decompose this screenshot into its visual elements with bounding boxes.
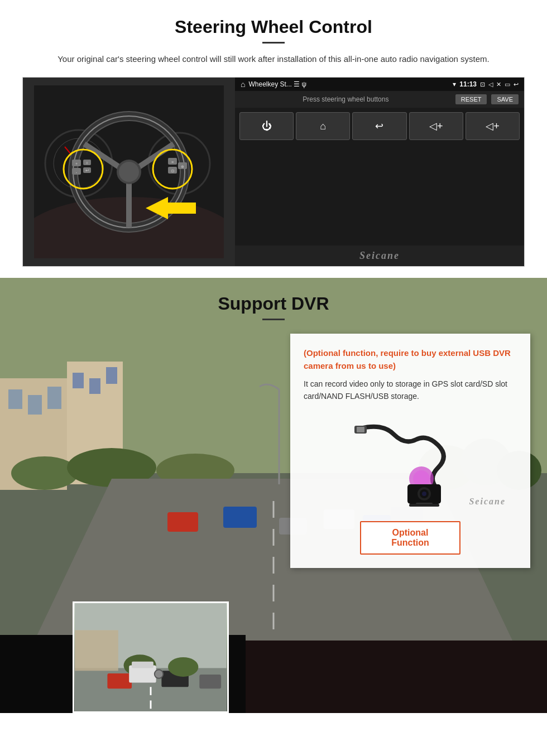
home-statusbar-icon: ⌂ <box>241 80 245 89</box>
home-icon: ⌂ <box>320 121 326 132</box>
statusbar-back-icon: ↩ <box>514 81 519 88</box>
steering-subtitle: Your original car's steering wheel contr… <box>22 52 525 66</box>
android-panel: ⌂ Wheelkey St... ☰ ψ ▾ 11:13 ⊡ ◁ ✕ ▭ ↩ P… <box>235 78 524 266</box>
svg-rect-40 <box>106 367 117 384</box>
svg-rect-39 <box>89 378 100 394</box>
power-icon: ⏻ <box>262 121 272 132</box>
svg-rect-47 <box>223 507 257 528</box>
dvr-section: Support DVR <box>0 278 547 713</box>
steering-title: Steering Wheel Control <box>22 17 525 37</box>
steering-divider <box>262 42 285 44</box>
statusbar-cam-icon: ⊡ <box>480 81 485 88</box>
svg-text:≡: ≡ <box>171 160 174 164</box>
optional-function-button[interactable]: Optional Function <box>360 521 460 555</box>
svg-rect-61 <box>107 673 132 688</box>
press-label: Press steering wheel buttons <box>241 95 451 103</box>
svg-rect-34 <box>8 389 22 409</box>
seicane-brand-steering: Seicane <box>359 250 400 261</box>
wk-vol-down-cell[interactable]: ◁+ <box>409 112 463 140</box>
dvr-thumbnail <box>73 601 229 713</box>
svg-text:+: + <box>75 162 78 166</box>
wheelkey-buttons-grid: ⏻ ⌂ ↩ ◁+ ◁+ <box>235 108 524 145</box>
statusbar-vol-icon: ◁ <box>488 81 493 88</box>
back-icon: ↩ <box>375 120 383 132</box>
svg-rect-63 <box>199 675 221 688</box>
steering-wheel-svg: + - ≡ ↩ ≡ ⊙ ⊕ <box>34 85 224 258</box>
svg-text:⊕: ⊕ <box>181 165 184 168</box>
dvr-divider <box>262 319 285 320</box>
svg-text:↩: ↩ <box>85 168 89 173</box>
steering-section: Steering Wheel Control Your original car… <box>0 0 547 278</box>
svg-text:≡: ≡ <box>86 161 88 165</box>
svg-rect-68 <box>132 662 153 668</box>
svg-point-69 <box>155 670 164 678</box>
seicane-watermark: Seicane <box>469 497 506 507</box>
steering-content-area: + - ≡ ↩ ≡ ⊙ ⊕ <box>22 77 525 267</box>
dvr-optional-note: (Optional function, require to buy exter… <box>304 347 517 372</box>
dvr-camera-area: Seicane <box>304 412 517 512</box>
reset-button[interactable]: RESET <box>455 94 487 104</box>
save-button[interactable]: SAVE <box>491 94 519 104</box>
vol-down-icon: ◁+ <box>429 120 443 132</box>
wk-power-cell[interactable]: ⏻ <box>239 112 294 140</box>
svg-point-13 <box>119 162 139 182</box>
dvr-thumbnail-scene <box>74 603 227 711</box>
svg-rect-46 <box>167 512 198 532</box>
steering-photo: + - ≡ ↩ ≡ ⊙ ⊕ <box>23 78 235 266</box>
svg-point-66 <box>168 657 198 677</box>
wheelkey-row: Press steering wheel buttons RESET SAVE <box>235 91 524 108</box>
svg-rect-64 <box>75 630 118 671</box>
svg-text:⊙: ⊙ <box>171 168 175 174</box>
dvr-title-area: Support DVR <box>0 278 547 327</box>
svg-point-41 <box>11 456 78 490</box>
android-statusbar: ⌂ Wheelkey St... ☰ ψ ▾ 11:13 ⊡ ◁ ✕ ▭ ↩ <box>235 78 524 91</box>
svg-rect-71 <box>357 427 364 432</box>
wk-back-cell[interactable]: ↩ <box>352 112 406 140</box>
statusbar-x-icon: ✕ <box>496 81 501 88</box>
seicane-bar-steering: Seicane <box>235 245 524 266</box>
wk-vol-up-cell[interactable]: ◁+ <box>466 112 520 140</box>
dvr-info-card: (Optional function, require to buy exter… <box>290 334 530 568</box>
statusbar-rect-icon: ▭ <box>505 81 510 88</box>
dvr-desc: It can record video only to storage in G… <box>304 378 517 403</box>
dvr-thumbnail-inner <box>74 603 227 711</box>
svg-rect-79 <box>409 504 439 507</box>
svg-rect-35 <box>28 395 42 415</box>
svg-point-77 <box>422 492 426 496</box>
svg-rect-38 <box>73 373 84 388</box>
vol-up-icon: ◁+ <box>486 120 500 132</box>
statusbar-wifi-icon: ▾ <box>453 80 456 88</box>
dvr-camera-svg <box>349 417 472 507</box>
statusbar-icons: ⊡ ◁ ✕ ▭ ↩ <box>480 81 519 88</box>
statusbar-app-name: Wheelkey St... ☰ ψ <box>248 80 449 88</box>
dvr-title: Support DVR <box>0 293 547 314</box>
wk-home-cell[interactable]: ⌂ <box>296 112 350 140</box>
statusbar-time: 11:13 <box>459 80 477 88</box>
svg-rect-36 <box>47 387 61 409</box>
